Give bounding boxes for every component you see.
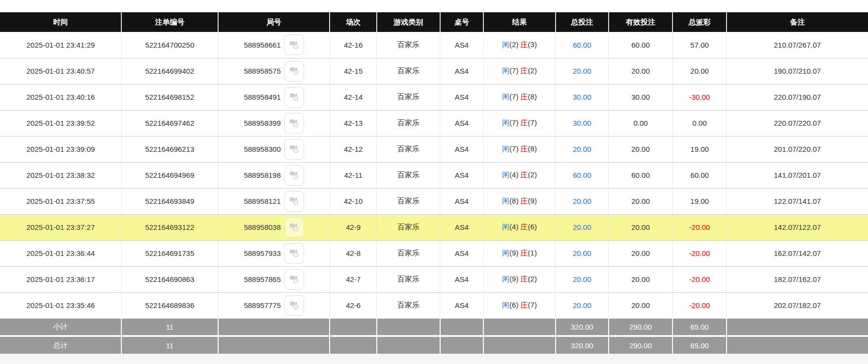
cell-valid-bet: 20.00 [609, 292, 673, 318]
cell-session: 42-15 [330, 58, 376, 84]
table-row[interactable]: 2025-01-01 23:41:29522164700250588958661… [0, 32, 868, 58]
cell-payout: 60.00 [672, 162, 727, 188]
cell-round-no: 588958491 [218, 84, 330, 110]
video-replay-button[interactable] [284, 139, 304, 160]
cell-remark: 141.07/201.07 [727, 162, 868, 188]
result-player-score: (7) [509, 92, 521, 101]
cell-remark: 122.07/141.07 [727, 188, 868, 214]
subtotal-total-bet: 320.00 [556, 318, 609, 336]
cell-table-no: AS4 [440, 32, 483, 58]
video-replay-button[interactable] [284, 295, 304, 316]
cell-total-bet: 20.00 [556, 292, 609, 318]
table-row[interactable]: 2025-01-01 23:35:46522164689836588957775… [0, 292, 868, 318]
result-player-score: (9) [509, 275, 521, 283]
col-header-round-no: 局号 [218, 12, 330, 32]
cell-bet-id: 522164690863 [121, 266, 218, 292]
round-no-wrap: 588958661 [220, 34, 328, 55]
round-no-text: 588958300 [244, 145, 280, 153]
cell-bet-id: 522164693122 [121, 214, 218, 240]
video-replay-button[interactable] [284, 217, 304, 238]
table-row[interactable]: 2025-01-01 23:39:09522164696213588958300… [0, 136, 868, 162]
cell-time: 2025-01-01 23:35:46 [0, 292, 121, 318]
cell-payout: -20.00 [672, 266, 727, 292]
result-player-label: 闲 [502, 301, 509, 309]
round-no-text: 588958491 [244, 93, 280, 101]
cell-total-bet: 60.00 [556, 32, 609, 58]
result-banker-score: (6) [528, 223, 537, 231]
cell-remark: 201.07/220.07 [727, 136, 868, 162]
cell-remark: 210.07/267.07 [727, 32, 868, 58]
video-replay-button[interactable] [284, 165, 304, 186]
cell-round-no: 588958198 [218, 162, 330, 188]
cell-game-type: 百家乐 [377, 214, 440, 240]
cell-result: 闲(7) 庄(8) [483, 84, 556, 110]
round-no-text: 588958038 [244, 223, 280, 231]
table-row[interactable]: 2025-01-01 23:36:17522164690863588957865… [0, 266, 868, 292]
cell-bet-id: 522164696213 [121, 136, 218, 162]
cell-remark: 182.07/162.07 [727, 266, 868, 292]
cell-round-no: 588958399 [218, 110, 330, 136]
round-no-text: 588958661 [244, 41, 280, 49]
result-banker-score: (2) [528, 170, 537, 179]
cell-table-no: AS4 [440, 188, 483, 214]
table-row[interactable]: 2025-01-01 23:37:55522164693849588958121… [0, 188, 868, 214]
result-player-score: (6) [509, 301, 521, 309]
cell-total-bet: 30.00 [556, 84, 609, 110]
cell-table-no: AS4 [440, 266, 483, 292]
cell-bet-id: 522164691735 [121, 240, 218, 266]
result-banker-score: (2) [528, 66, 537, 75]
video-replay-button[interactable] [284, 113, 304, 134]
cell-remark: 142.07/122.07 [727, 214, 868, 240]
round-no-text: 588958575 [244, 67, 280, 75]
total-empty-cell [218, 336, 330, 354]
result-banker-label: 庄 [521, 301, 528, 309]
cell-time: 2025-01-01 23:38:32 [0, 162, 121, 188]
video-replay-icon [289, 91, 300, 103]
round-no-wrap: 588958198 [220, 165, 328, 186]
table-row[interactable]: 2025-01-01 23:36:44522164691735588957933… [0, 240, 868, 266]
cell-payout: 57.00 [672, 32, 727, 58]
cell-session: 42-9 [330, 214, 376, 240]
total-payout: 65.00 [672, 336, 727, 354]
cell-game-type: 百家乐 [377, 58, 440, 84]
cell-table-no: AS4 [440, 292, 483, 318]
cell-session: 42-13 [330, 110, 376, 136]
cell-time: 2025-01-01 23:39:09 [0, 136, 121, 162]
video-replay-button[interactable] [284, 269, 304, 290]
table-row[interactable]: 2025-01-01 23:38:32522164694969588958198… [0, 162, 868, 188]
cell-table-no: AS4 [440, 162, 483, 188]
cell-round-no: 588958661 [218, 32, 330, 58]
result-player-score: (7) [509, 118, 521, 127]
round-no-wrap: 588958038 [220, 217, 328, 238]
result-player-label: 闲 [502, 40, 509, 49]
cell-result: 闲(4) 庄(2) [483, 162, 556, 188]
video-replay-icon [289, 273, 300, 285]
cell-total-bet: 30.00 [556, 110, 609, 136]
cell-time: 2025-01-01 23:41:29 [0, 32, 121, 58]
table-body: 2025-01-01 23:41:29522164700250588958661… [0, 32, 868, 318]
cell-valid-bet: 20.00 [609, 58, 673, 84]
result-banker-score: (8) [528, 92, 537, 101]
col-header-total-bet: 总投注 [556, 12, 609, 32]
cell-payout: 19.00 [672, 136, 727, 162]
video-replay-button[interactable] [284, 61, 304, 82]
cell-bet-id: 522164697462 [121, 110, 218, 136]
video-replay-button[interactable] [284, 191, 304, 212]
round-no-text: 588958399 [244, 119, 280, 127]
result-player-label: 闲 [502, 144, 509, 153]
result-player-score: (7) [509, 144, 521, 153]
video-replay-button[interactable] [284, 34, 304, 55]
table-row[interactable]: 2025-01-01 23:40:16522164698152588958491… [0, 84, 868, 110]
cell-payout: -20.00 [672, 214, 727, 240]
cell-time: 2025-01-01 23:37:27 [0, 214, 121, 240]
video-replay-button[interactable] [284, 243, 304, 264]
table-row[interactable]: 2025-01-01 23:40:57522164699402588958575… [0, 58, 868, 84]
video-replay-icon [289, 143, 300, 155]
table-row[interactable]: 2025-01-01 23:37:27522164693122588958038… [0, 214, 868, 240]
result-banker-score: (3) [528, 40, 537, 49]
table-row[interactable]: 2025-01-01 23:39:52522164697462588958399… [0, 110, 868, 136]
cell-session: 42-12 [330, 136, 376, 162]
video-replay-button[interactable] [284, 87, 304, 108]
cell-total-bet: 20.00 [556, 240, 609, 266]
cell-valid-bet: 0.00 [609, 110, 673, 136]
